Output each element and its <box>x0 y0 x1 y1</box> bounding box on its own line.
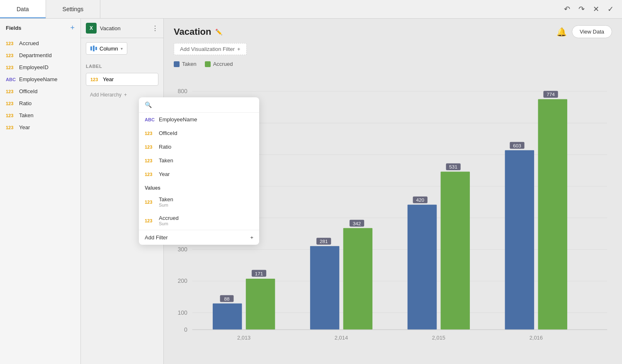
top-bar: Data Settings ↶ ↷ ✕ ✓ <box>0 0 622 19</box>
field-employeeid[interactable]: 123 EmployeeID <box>0 61 80 73</box>
label-field-name: Year <box>103 76 114 82</box>
legend-taken: Taken <box>174 61 197 67</box>
column-btn-label: Column <box>100 46 118 52</box>
type-badge: 123 <box>6 89 16 94</box>
dropdown-popup: 🔍 ABC EmployeeName 123 OfficeId 123 Rati… <box>139 97 259 245</box>
field-taken[interactable]: 123 Taken <box>0 109 80 121</box>
chart-actions: 🔔 View Data <box>556 25 612 38</box>
value-label: Taken <box>159 196 173 202</box>
column-chart-icon <box>90 45 97 52</box>
label-section-text: LABEL <box>86 64 102 69</box>
field-employeename[interactable]: ABC EmployeeName <box>0 73 80 85</box>
chart-title-area: Vacation ✏️ <box>174 27 222 37</box>
type-badge: 123 <box>6 101 16 106</box>
field-type-badge: 123 <box>90 77 100 82</box>
field-year[interactable]: 123 Year <box>0 121 80 133</box>
top-bar-actions: ↶ ↷ ✕ ✓ <box>556 0 622 18</box>
label-field[interactable]: 123 Year <box>86 73 158 86</box>
add-filter-label: Add Filter <box>145 234 168 241</box>
svg-text:200: 200 <box>177 277 187 284</box>
bar-2013-taken <box>213 304 242 330</box>
value-info: Taken Sum <box>159 196 173 207</box>
undo-button[interactable]: ↶ <box>564 5 570 14</box>
svg-text:774: 774 <box>547 92 555 97</box>
field-label: DepartmentId <box>19 52 52 58</box>
add-filter-bar[interactable]: Add Filter + <box>139 230 259 245</box>
view-data-button[interactable]: View Data <box>572 25 612 38</box>
svg-text:531: 531 <box>449 164 457 169</box>
svg-text:2,013: 2,013 <box>237 335 250 341</box>
left-sidebar: Fields + 123 Accrued 123 DepartmentId 12… <box>0 19 81 364</box>
chart-header: Vacation ✏️ 🔔 View Data <box>164 19 622 41</box>
svg-text:800: 800 <box>177 88 187 94</box>
edit-title-icon[interactable]: ✏️ <box>215 29 222 35</box>
search-input[interactable] <box>155 101 253 108</box>
search-icon: 🔍 <box>145 101 152 108</box>
field-label: Accrued <box>19 40 39 46</box>
middle-panel: X Vacation ⋮ Column ▾ LABEL 123 Year Add… <box>81 19 164 364</box>
item-label: EmployeeName <box>159 116 197 123</box>
filter-label: Add Visualization Filter <box>180 46 235 52</box>
bar-2015-taken <box>408 205 437 330</box>
bar-2014-accrued <box>343 228 372 330</box>
legend-taken-label: Taken <box>182 61 197 67</box>
datasource-bar: X Vacation ⋮ <box>81 19 163 38</box>
sidebar-header: Fields + <box>0 19 80 37</box>
field-label: EmployeeName <box>19 76 58 82</box>
redo-button[interactable]: ↷ <box>578 5 585 14</box>
dropdown-item-ratio[interactable]: 123 Ratio <box>139 140 259 154</box>
value-sub: Sum <box>159 221 179 226</box>
excel-icon: X <box>86 23 97 34</box>
item-label: Taken <box>159 157 173 164</box>
tab-data[interactable]: Data <box>0 0 46 18</box>
field-label: EmployeeID <box>19 64 49 70</box>
dropdown-item-employeename[interactable]: ABC EmployeeName <box>139 113 259 126</box>
item-label: OfficeId <box>159 130 177 136</box>
bar-2016-taken <box>505 150 534 330</box>
sidebar-title: Fields <box>6 25 22 31</box>
tab-settings[interactable]: Settings <box>46 0 101 18</box>
dropdown-value-taken[interactable]: 123 Taken Sum <box>139 193 259 211</box>
close-button[interactable]: ✕ <box>593 5 599 14</box>
svg-text:2,014: 2,014 <box>335 335 348 341</box>
field-ratio[interactable]: 123 Ratio <box>0 97 80 109</box>
svg-text:2,016: 2,016 <box>530 335 543 341</box>
dropdown-item-officeid[interactable]: 123 OfficeId <box>139 126 259 140</box>
add-field-icon[interactable]: + <box>70 24 75 32</box>
value-label: Accrued <box>159 215 179 221</box>
type-badge: 123 <box>6 113 16 118</box>
add-hierarchy-label: Add Hierarchy <box>90 92 121 98</box>
chart-title: Vacation <box>174 27 211 37</box>
svg-text:2,015: 2,015 <box>432 335 445 341</box>
type-badge: 123 <box>145 158 155 163</box>
type-badge: 123 <box>145 218 155 223</box>
more-button[interactable]: ⋮ <box>152 24 158 32</box>
type-badge: 123 <box>6 125 16 130</box>
type-badge: ABC <box>145 117 155 122</box>
field-departmentid[interactable]: 123 DepartmentId <box>0 49 80 61</box>
add-visualization-filter[interactable]: Add Visualization Filter + <box>174 43 247 55</box>
dropdown-value-accrued[interactable]: 123 Accrued Sum <box>139 211 259 230</box>
check-button[interactable]: ✓ <box>607 5 614 14</box>
filter-bar: Add Visualization Filter + <box>164 41 622 58</box>
field-label: Taken <box>19 112 34 118</box>
svg-text:342: 342 <box>353 221 361 226</box>
bar-2013-accrued <box>246 279 275 330</box>
legend-accrued-color <box>205 61 211 67</box>
type-badge: 123 <box>145 145 155 149</box>
field-officeid[interactable]: 123 OfficeId <box>0 85 80 97</box>
field-accrued[interactable]: 123 Accrued <box>0 37 80 49</box>
column-button[interactable]: Column ▾ <box>86 42 127 55</box>
bell-icon[interactable]: 🔔 <box>556 27 567 37</box>
dropdown-item-year[interactable]: 123 Year <box>139 167 259 181</box>
add-hierarchy-icon: + <box>124 92 127 98</box>
column-header: Column ▾ <box>81 38 163 59</box>
svg-text:300: 300 <box>177 246 187 253</box>
type-badge: 123 <box>145 172 155 177</box>
type-badge: 123 <box>145 200 155 205</box>
value-info: Accrued Sum <box>159 215 179 226</box>
legend-taken-color <box>174 61 180 67</box>
svg-text:420: 420 <box>416 197 424 202</box>
add-filter-icon: + <box>250 234 253 241</box>
dropdown-item-taken[interactable]: 123 Taken <box>139 154 259 167</box>
